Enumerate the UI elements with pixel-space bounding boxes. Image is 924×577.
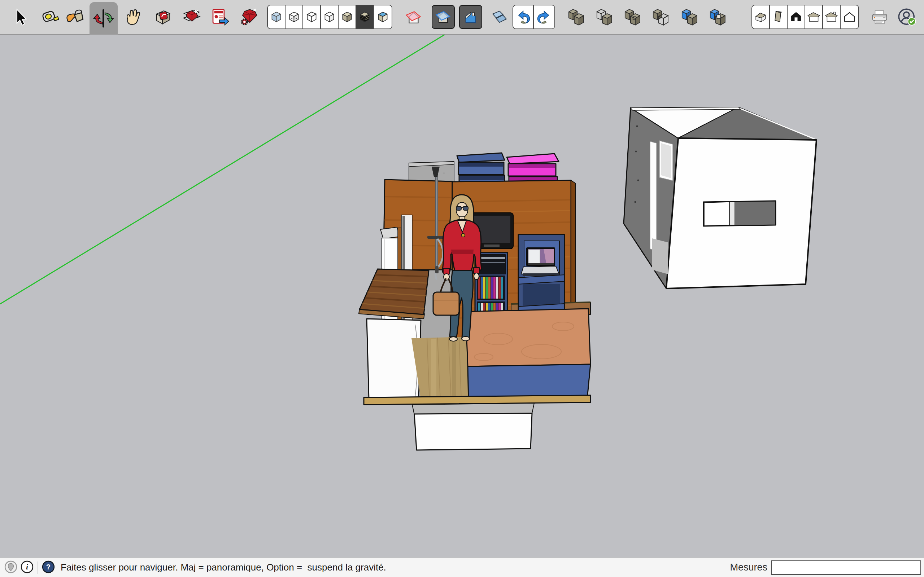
status-message: Faites glisser pour naviguer. Maj = pano… (61, 562, 386, 573)
print-button-icon (870, 8, 890, 27)
computer-desk (518, 234, 564, 319)
info-icon[interactable]: i (21, 561, 34, 575)
pan-tool-icon (123, 7, 144, 28)
svg-text:?: ? (46, 563, 50, 571)
tape-measure-tool[interactable] (38, 5, 61, 29)
sketchup-gem-page-tool-icon (181, 7, 202, 28)
style-back-edges[interactable] (286, 5, 303, 29)
account-button-icon (897, 7, 917, 27)
view-front-icon (788, 7, 804, 27)
orbit-tool[interactable] (89, 2, 118, 35)
view-back[interactable] (823, 5, 841, 29)
solid-trim-tool-icon (680, 8, 699, 27)
style-back-edges-icon (286, 7, 302, 27)
style-shaded-icon (339, 7, 355, 27)
display-section-planes-toggle[interactable] (432, 5, 455, 29)
view-top-icon (771, 7, 786, 27)
sketchup-export-tool[interactable] (208, 5, 232, 29)
style-hidden-line[interactable] (321, 5, 339, 29)
style-shaded[interactable] (339, 5, 356, 29)
solid-split-tool-icon (708, 8, 727, 27)
undo-button-icon (514, 7, 532, 27)
view-left-icon (842, 7, 857, 27)
paint-bucket-tool-icon (65, 7, 86, 28)
style-wireframe-icon (304, 7, 320, 27)
display-section-planes-toggle-icon (435, 8, 452, 26)
green-axis-line (0, 35, 445, 304)
solid-outer-shell-tool-icon (566, 8, 586, 27)
style-wireframe[interactable] (303, 5, 321, 29)
shell-front-window (703, 201, 775, 226)
help-icon[interactable]: ? (42, 561, 55, 575)
view-iso[interactable] (752, 5, 770, 29)
main-toolbar (0, 0, 924, 35)
style-monochrome[interactable] (374, 5, 392, 29)
display-section-cuts-toggle-icon (462, 8, 479, 26)
style-shaded-textures-icon (357, 7, 373, 27)
sketchup-gem-gear-tool-icon (239, 7, 260, 28)
measurements-input[interactable] (771, 561, 921, 575)
sunglasses (456, 206, 461, 210)
model-canvas[interactable] (0, 35, 924, 558)
display-section-cuts-toggle[interactable] (459, 5, 482, 29)
select-tool[interactable] (9, 5, 32, 29)
account-button[interactable] (896, 5, 918, 29)
measurements-label: Mesures (730, 562, 767, 573)
orbit-tool-icon (92, 7, 115, 29)
solid-union-tool-icon (623, 8, 642, 27)
face-style-group (267, 5, 393, 29)
status-bar: i? Faites glisser pour naviguer. Maj = p… (0, 558, 924, 577)
bed-platform (465, 309, 591, 403)
tape-measure-tool-icon (39, 7, 60, 28)
wood-floor (412, 337, 468, 401)
shell-box (624, 107, 816, 288)
redo-button[interactable] (534, 5, 554, 29)
style-hidden-line-icon (321, 7, 337, 27)
sketchup-gem-gear-tool[interactable] (237, 5, 261, 29)
solid-union-tool[interactable] (622, 5, 643, 29)
feet (449, 337, 457, 341)
style-monochrome-icon (375, 7, 391, 27)
style-xray-icon (268, 7, 284, 27)
room-model (359, 153, 591, 450)
laptop (521, 247, 559, 276)
sketchup-component-tool[interactable] (152, 5, 175, 29)
sketchup-gem-page-tool[interactable] (180, 5, 203, 29)
undo-button[interactable] (513, 5, 534, 29)
statusbar-separator (37, 561, 38, 574)
view-right[interactable] (805, 5, 823, 29)
view-back-icon (824, 7, 839, 27)
solid-trim-tool[interactable] (678, 5, 700, 29)
select-tool-icon (10, 7, 31, 28)
base-plate (364, 395, 591, 405)
paint-bucket-tool[interactable] (63, 5, 87, 29)
view-left[interactable] (841, 5, 858, 29)
style-xray[interactable] (268, 5, 286, 29)
section-plane-tool[interactable] (404, 5, 424, 29)
print-button[interactable] (869, 5, 891, 29)
solid-outer-shell-tool[interactable] (565, 5, 587, 29)
section-fill-toggle-icon (491, 8, 509, 26)
solid-intersect-tool[interactable] (593, 5, 615, 29)
white-pedestal (412, 403, 534, 450)
model-viewport (0, 35, 924, 558)
view-right-icon (806, 7, 822, 27)
view-iso-icon (753, 7, 769, 27)
views-group (751, 5, 859, 29)
pendant (461, 233, 465, 237)
view-top[interactable] (770, 5, 788, 29)
solid-subtract-tool[interactable] (650, 5, 671, 29)
redo-button-icon (535, 7, 553, 27)
svg-text:i: i (26, 562, 28, 571)
history-group (512, 5, 555, 29)
geolocation-icon[interactable] (4, 561, 17, 575)
section-plane-tool-icon (405, 8, 423, 26)
sketchup-component-tool-icon (153, 7, 174, 28)
solid-split-tool[interactable] (707, 5, 729, 29)
section-fill-toggle[interactable] (489, 5, 510, 29)
style-shaded-textures[interactable] (356, 5, 374, 29)
solid-subtract-tool-icon (651, 8, 670, 27)
pan-tool[interactable] (122, 5, 145, 29)
sketchup-export-tool-icon (210, 7, 231, 28)
view-front[interactable] (788, 5, 805, 29)
